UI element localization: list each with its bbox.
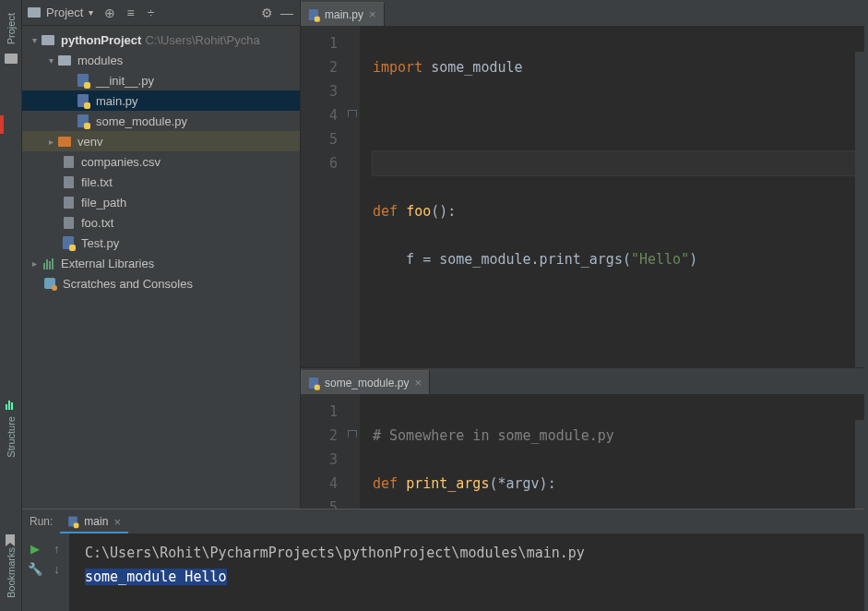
play-icon[interactable]: ▶ [28, 541, 42, 556]
tool-window-rail: Project Structure Bookmarks [0, 0, 22, 611]
tree-file[interactable]: companies.csv [22, 151, 300, 172]
tree-file[interactable]: file_path [22, 192, 300, 212]
expand-icon[interactable]: ≡ [123, 6, 137, 20]
run-label: Run: [30, 515, 53, 528]
tree-label: file_path [81, 196, 126, 210]
arrow-down-icon[interactable]: ↓ [50, 561, 65, 576]
fold-marker-icon[interactable] [348, 430, 357, 441]
run-tab-label: main [84, 515, 108, 528]
arrow-up-icon[interactable]: ↑ [50, 541, 65, 556]
structure-icon[interactable] [6, 399, 17, 410]
run-output[interactable]: C:\Users\Rohit\PycharmProjects\pythonPro… [70, 533, 864, 611]
tree-file-main[interactable]: main.py [22, 90, 300, 111]
tree-file-init[interactable]: __init__.py [22, 70, 300, 90]
run-toolbar: ▶ ↑ 🔧 ↓ [22, 533, 70, 611]
wrench-icon[interactable]: 🔧 [28, 561, 42, 576]
rail-bookmarks[interactable]: Bookmarks [2, 542, 20, 604]
folder-icon [28, 7, 41, 18]
tab-label: some_module.py [325, 377, 409, 389]
python-icon [309, 9, 318, 20]
sidebar-title[interactable]: Project [46, 6, 83, 19]
tree-label: venv [77, 135, 102, 149]
tab-some-module[interactable]: some_module.py × [301, 370, 430, 394]
tree-label: modules [77, 54, 123, 67]
tree-file[interactable]: foo.txt [22, 212, 300, 233]
accent-marker [0, 115, 4, 134]
rail-structure[interactable]: Structure [2, 411, 20, 463]
tree-path: C:\Users\Rohit\Pycha [145, 33, 259, 47]
tree-label: foo.txt [81, 216, 113, 230]
python-icon [69, 516, 78, 526]
tree-label: file.txt [81, 175, 113, 189]
project-tree: pythonProject C:\Users\Rohit\Pycha modul… [22, 26, 300, 509]
close-icon[interactable]: × [414, 376, 422, 389]
tree-file[interactable]: file.txt [22, 172, 300, 192]
tree-label: __init__.py [96, 74, 154, 88]
tab-label: main.py [325, 8, 363, 21]
tree-file-test[interactable]: Test.py [22, 233, 300, 253]
code-content[interactable]: import some_module def foo(): f = some_m… [360, 26, 864, 367]
close-icon[interactable]: × [369, 7, 376, 21]
editor-tabs: main.py × [301, 0, 864, 26]
editor-tabs: some_module.py × [301, 368, 864, 394]
gutter: 123456 [301, 26, 345, 367]
tree-label: main.py [96, 94, 138, 108]
run-tool-window: Run: main × ▶ ↑ 🔧 ↓ C:\Users\Rohit\Pycha… [22, 509, 864, 611]
tree-root[interactable]: pythonProject C:\Users\Rohit\Pycha [22, 30, 300, 50]
run-body: ▶ ↑ 🔧 ↓ C:\Users\Rohit\PycharmProjects\p… [22, 533, 864, 611]
run-header: Run: main × [22, 509, 864, 533]
close-icon[interactable]: × [113, 515, 121, 529]
tab-main[interactable]: main.py × [301, 2, 385, 26]
tree-label: some_module.py [96, 114, 187, 128]
rail-project[interactable]: Project [2, 7, 20, 50]
editor-pane-main: main.py × 123456 import some_module def … [301, 0, 864, 368]
tree-folder-venv[interactable]: venv [22, 131, 300, 151]
chevron-down-icon[interactable]: ▾ [89, 7, 93, 18]
tree-folder-modules[interactable]: modules [22, 50, 300, 70]
editor-area: main.py × 123456 import some_module def … [301, 0, 864, 509]
fold-column [345, 26, 360, 367]
project-sidebar: Project ▾ ⊕ ≡ ÷ ⚙ — pythonProject C:\Use… [22, 0, 301, 509]
tree-label: External Libraries [61, 257, 154, 270]
tree-scratches[interactable]: Scratches and Consoles [22, 273, 300, 294]
folder-icon[interactable] [5, 54, 18, 64]
run-cmd: C:\Users\Rohit\PycharmProjects\pythonPro… [85, 545, 585, 561]
right-edge [864, 0, 868, 611]
tree-external-libraries[interactable]: External Libraries [22, 253, 300, 273]
run-output-line: some_module Hello [85, 569, 227, 585]
code-editor[interactable]: 123456 import some_module def foo(): f =… [301, 26, 864, 367]
fold-marker-icon[interactable] [348, 110, 357, 121]
target-icon[interactable]: ⊕ [102, 6, 117, 20]
python-icon [309, 377, 318, 389]
tree-label: Test.py [81, 236, 119, 250]
tree-label: Scratches and Consoles [63, 277, 193, 291]
run-tab-main[interactable]: main × [60, 509, 128, 533]
tree-label: pythonProject [61, 33, 141, 47]
collapse-icon[interactable]: ÷ [143, 6, 158, 20]
tree-file-some-module[interactable]: some_module.py [22, 111, 300, 131]
gear-icon[interactable]: ⚙ [259, 6, 274, 20]
tree-label: companies.csv [81, 155, 161, 169]
scrollbar[interactable] [855, 52, 864, 367]
hide-icon[interactable]: — [279, 6, 294, 20]
sidebar-header: Project ▾ ⊕ ≡ ÷ ⚙ — [22, 0, 300, 26]
